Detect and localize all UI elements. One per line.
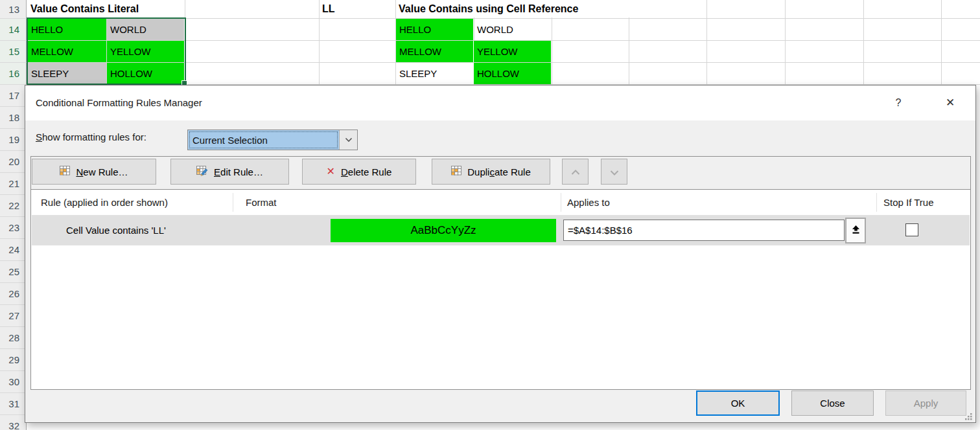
rule-row-selected[interactable]: Cell Value contains 'LL' AaBbCcYyZz [32, 215, 970, 245]
close-button[interactable]: Close [791, 390, 874, 416]
show-rules-combobox[interactable]: Current Selection [187, 130, 358, 150]
chevron-down-icon [610, 166, 619, 177]
new-rule-label: New Rule… [76, 166, 128, 177]
combobox-value[interactable]: Current Selection [188, 130, 339, 150]
chevron-up-icon [571, 166, 580, 177]
duplicate-rule-button[interactable]: Duplicate Rule [432, 159, 550, 185]
row-header-16[interactable]: 16 [0, 62, 25, 84]
delete-rule-label: Delete Rule [341, 166, 391, 177]
row-header-14[interactable]: 14 [0, 18, 25, 40]
column-header-rule: Rule (applied in order shown) [41, 190, 168, 215]
gridline-vertical [785, 0, 786, 85]
gridline-vertical [941, 0, 942, 85]
row-header-22[interactable]: 22 [0, 194, 19, 216]
collapse-dialog-button[interactable] [845, 218, 866, 243]
row-header-32[interactable]: 32 [0, 414, 19, 430]
row-header-separator [0, 172, 27, 173]
row-header-20[interactable]: 20 [0, 150, 19, 172]
gridline-vertical [706, 0, 707, 85]
column-separator [561, 193, 561, 212]
rule-description: Cell Value contains 'LL' [66, 215, 166, 245]
table-grid-icon [451, 166, 461, 177]
row-header-separator [0, 194, 27, 195]
apply-button[interactable]: Apply [885, 390, 966, 416]
row-header-separator [0, 370, 27, 371]
selection-border [27, 17, 186, 85]
row-header-separator [0, 106, 27, 107]
delete-rule-button[interactable]: ✕ Delete Rule [302, 159, 416, 185]
row-header-separator [0, 348, 27, 349]
row-header-26[interactable]: 26 [0, 282, 19, 304]
cell-right-14-1[interactable]: HELLO [396, 19, 473, 40]
rules-toolbar: New Rule… Edit Rule… ✕ Delete Rule Dupli… [30, 156, 971, 190]
row-header-separator [0, 62, 27, 63]
column-separator [233, 193, 233, 212]
show-rules-label-rest: how formatting rules for: [42, 131, 146, 142]
cell-right-14-2[interactable]: WORLD [474, 19, 551, 40]
collapse-dialog-icon [851, 225, 861, 237]
duplicate-rule-label: Duplicate Rule [467, 166, 531, 177]
row-header-31[interactable]: 31 [0, 392, 19, 414]
dialog-title-bar[interactable]: Conditional Formatting Rules Manager ? ✕ [25, 85, 975, 120]
row-header-23[interactable]: 23 [0, 216, 19, 238]
show-rules-accelerator: S [36, 131, 42, 142]
chevron-down-icon[interactable] [339, 130, 357, 150]
row-header-18[interactable]: 18 [0, 106, 19, 128]
column-header-stop-if-true: Stop If True [883, 190, 934, 215]
row-header-28[interactable]: 28 [0, 326, 19, 348]
applies-to-input[interactable] [563, 220, 845, 241]
edit-rule-button[interactable]: Edit Rule… [170, 159, 289, 185]
help-button[interactable]: ? [889, 93, 908, 113]
row-header-separator [0, 40, 27, 41]
row-header-separator [0, 282, 27, 283]
format-preview-chip: AaBbCcYyZz [331, 219, 556, 242]
row-header-25[interactable]: 25 [0, 260, 19, 282]
row-header-separator [0, 326, 27, 327]
stop-if-true-checkbox[interactable] [905, 223, 918, 236]
move-rule-up-button[interactable] [562, 159, 589, 185]
gridline-vertical [863, 0, 864, 85]
table-grid-icon [60, 166, 70, 177]
rules-list: Rule (applied in order shown) Format App… [30, 189, 971, 390]
cell-right-15-1[interactable]: MELLOW [396, 41, 473, 62]
row-header-separator [0, 414, 27, 415]
row-header-15[interactable]: 15 [0, 40, 25, 62]
column-header-applies-to: Applies to [567, 190, 610, 215]
screen: 1314151617181920212223242526272829303132… [0, 0, 980, 430]
edit-rule-label: Edit Rule… [214, 166, 263, 177]
conditional-formatting-rules-manager-dialog: Conditional Formatting Rules Manager ? ✕… [25, 85, 976, 423]
red-x-icon: ✕ [327, 166, 335, 177]
row-header-17[interactable]: 17 [0, 84, 19, 106]
column-separator [876, 193, 877, 212]
row-header-separator [0, 128, 27, 129]
column-header-format: Format [246, 190, 277, 215]
cell-header-literal[interactable]: Value Contains Literal [28, 0, 185, 17]
row-header-24[interactable]: 24 [0, 238, 19, 260]
row-header-21[interactable]: 21 [0, 172, 19, 194]
row-header-separator [0, 150, 27, 151]
row-header-29[interactable]: 29 [0, 348, 19, 370]
cell-header-cell-reference[interactable]: Value Contains using Cell Reference [396, 0, 648, 17]
row-header-separator [0, 18, 27, 19]
close-icon[interactable]: ✕ [938, 93, 962, 113]
row-header-separator [0, 84, 27, 85]
resize-grip-icon[interactable] [964, 412, 973, 421]
cell-right-15-2[interactable]: YELLOW [474, 41, 551, 62]
row-header-separator [0, 238, 27, 239]
row-header-19[interactable]: 19 [0, 128, 19, 150]
new-rule-button[interactable]: New Rule… [32, 159, 156, 185]
row-header-separator [0, 260, 27, 261]
row-header-13[interactable]: 13 [0, 0, 19, 18]
row-header-separator [0, 304, 27, 305]
cell-header-ll[interactable]: LL [320, 0, 394, 17]
cell-right-16-2[interactable]: HOLLOW [474, 63, 551, 84]
cell-right-16-1[interactable]: SLEEPY [396, 63, 473, 84]
row-header-27[interactable]: 27 [0, 304, 19, 326]
row-header-column: 1314151617181920212223242526272829303132 [0, 0, 27, 430]
show-rules-label: Show formatting rules for: [36, 127, 146, 148]
ok-button[interactable]: OK [696, 390, 780, 416]
table-grid-pencil-icon [196, 166, 208, 178]
row-header-separator [0, 392, 27, 393]
move-rule-down-button[interactable] [601, 159, 627, 185]
row-header-30[interactable]: 30 [0, 370, 19, 392]
